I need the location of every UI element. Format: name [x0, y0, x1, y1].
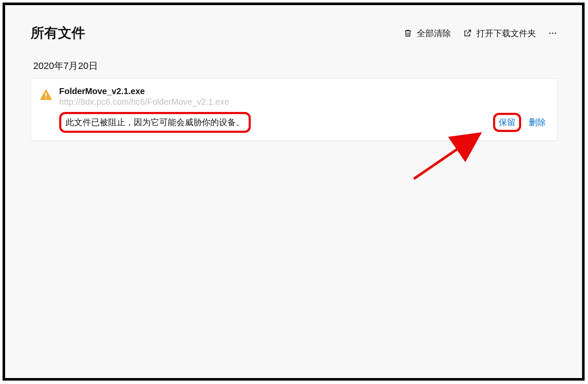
keep-button[interactable]: 保留	[493, 113, 521, 132]
download-actions: 保留 删除	[493, 113, 546, 132]
blocked-message: 此文件已被阻止，因为它可能会威胁你的设备。	[59, 112, 251, 133]
svg-rect-3	[46, 93, 47, 97]
trash-icon	[403, 29, 413, 38]
clear-all-button[interactable]: 全部清除	[403, 28, 451, 39]
open-folder-label: 打开下载文件夹	[476, 28, 536, 39]
svg-point-0	[549, 33, 551, 34]
date-group-label: 2020年7月20日	[31, 60, 557, 72]
download-item-body: FolderMove_v2.1.exe http://8dx.pc6.com/h…	[59, 86, 546, 133]
download-item-card: FolderMove_v2.1.exe http://8dx.pc6.com/h…	[31, 78, 557, 141]
download-message-row: 此文件已被阻止，因为它可能会威胁你的设备。 保留 删除	[59, 112, 546, 133]
more-icon	[548, 29, 557, 38]
downloads-panel: 所有文件 全部清除 打开下载文件夹	[3, 3, 585, 381]
svg-rect-4	[46, 97, 47, 98]
page-title: 所有文件	[31, 24, 85, 43]
clear-all-label: 全部清除	[417, 28, 451, 39]
download-url: http://8dx.pc6.com/hc6/FolderMove_v2.1.e…	[59, 97, 546, 107]
open-folder-button[interactable]: 打开下载文件夹	[463, 28, 536, 39]
header-row: 所有文件 全部清除 打开下载文件夹	[31, 24, 557, 43]
delete-button[interactable]: 删除	[529, 117, 546, 128]
open-external-icon	[463, 29, 472, 38]
svg-point-1	[552, 33, 554, 34]
warning-icon	[39, 87, 53, 133]
toolbar: 全部清除 打开下载文件夹	[403, 28, 557, 39]
more-button[interactable]	[548, 29, 557, 38]
svg-point-2	[555, 33, 556, 34]
download-filename: FolderMove_v2.1.exe	[59, 86, 546, 96]
